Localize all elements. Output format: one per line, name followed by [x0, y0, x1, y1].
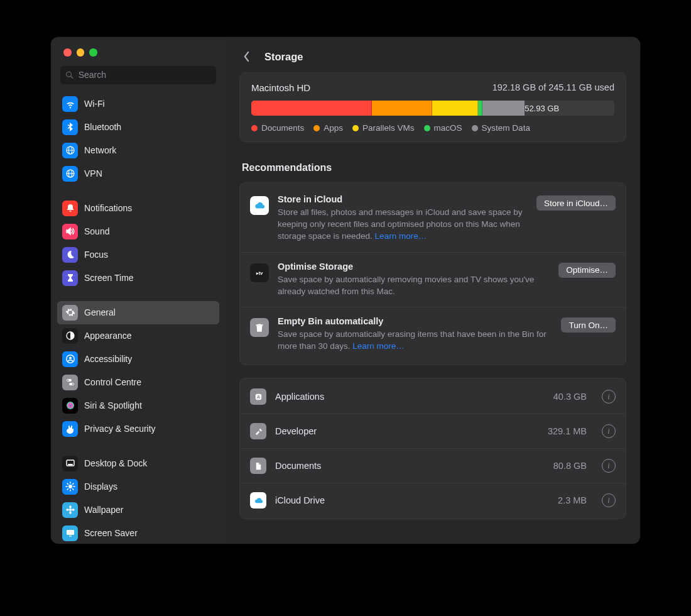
search-input[interactable] [77, 69, 211, 80]
sidebar-item-desktop-dock[interactable]: Desktop & Dock [57, 452, 219, 475]
recommendation-title: Empty Bin automatically [278, 316, 552, 326]
sidebar-item-label: Siri & Spotlight [84, 400, 142, 410]
search-field[interactable] [60, 65, 217, 85]
hourglass-icon [62, 270, 78, 286]
tv-icon: ▸tv [250, 263, 269, 282]
sun-icon [62, 479, 78, 495]
info-button[interactable]: i [602, 390, 616, 404]
legend-label: Apps [324, 123, 343, 133]
sidebar-item-label: VPN [84, 168, 102, 179]
storage-segment-documents [251, 101, 372, 116]
sidebar-item-label: Network [84, 145, 116, 155]
page-title: Storage [264, 51, 303, 63]
settings-window: Wi-FiBluetoothNetworkVPNNotificationsSou… [51, 37, 640, 544]
category-name: Applications [275, 392, 545, 402]
svg-text:▸tv: ▸tv [256, 270, 263, 275]
storage-used-text: 192.18 GB of 245.11 GB used [492, 82, 614, 93]
sidebar-item-label: Sound [84, 226, 109, 236]
recommendation-desc: Save space by automatically removing mov… [278, 274, 550, 298]
flower-icon [62, 502, 78, 518]
info-button[interactable]: i [602, 493, 616, 507]
close-window-button[interactable] [63, 48, 72, 57]
legend-dot-icon [472, 125, 478, 131]
main-scroll[interactable]: Macintosh HD 192.18 GB of 245.11 GB used… [226, 72, 640, 544]
siri-icon [62, 398, 78, 414]
recommendations-card: Store in iCloudStore all files, photos a… [239, 182, 626, 365]
sidebar-item-general[interactable]: General [57, 301, 219, 324]
recommendation-row: Store in iCloudStore all files, photos a… [240, 185, 626, 252]
svg-point-29 [69, 511, 71, 514]
legend-label: System Data [482, 123, 530, 133]
legend-item: macOS [424, 123, 462, 133]
recommendation-button[interactable]: Store in iCloud… [536, 195, 616, 211]
sidebar-item-vpn[interactable]: VPN [57, 162, 219, 185]
sidebar-item-label: Accessibility [84, 354, 132, 364]
sidebar-item-privacy-security[interactable]: Privacy & Security [57, 417, 219, 441]
sidebar-list: Wi-FiBluetoothNetworkVPNNotificationsSou… [51, 90, 226, 544]
svg-rect-17 [68, 464, 73, 465]
sidebar-item-label: Desktop & Dock [84, 458, 147, 468]
recommendation-button[interactable]: Turn On… [561, 317, 616, 333]
recommendation-row: ▸tvOptimise StorageSave space by automat… [240, 252, 626, 307]
sidebar-item-screen-saver[interactable]: Screen Saver [57, 522, 219, 544]
sidebar-item-accessibility[interactable]: Accessibility [57, 348, 219, 371]
legend-item: Parallels VMs [352, 123, 415, 133]
recommendation-title: Optimise Storage [278, 261, 550, 272]
info-button[interactable]: i [602, 424, 616, 438]
legend-label: Parallels VMs [362, 123, 415, 133]
screen-icon [62, 525, 78, 541]
svg-line-25 [67, 489, 68, 490]
category-row-applications[interactable]: AApplications40.3 GBi [240, 380, 626, 414]
svg-rect-32 [67, 530, 74, 535]
svg-point-10 [69, 357, 72, 360]
trash-icon [250, 318, 269, 337]
sidebar-item-wallpaper[interactable]: Wallpaper [57, 498, 219, 522]
sidebar-item-sound[interactable]: Sound [57, 220, 219, 243]
learn-more-link[interactable]: Learn more… [352, 341, 405, 351]
sidebar-item-appearance[interactable]: Appearance [57, 324, 219, 348]
sidebar-item-label: Appearance [84, 331, 132, 341]
circle_half-icon [62, 328, 78, 344]
legend-dot-icon [424, 125, 430, 131]
legend-dot-icon [313, 125, 320, 131]
recommendation-button[interactable]: Optimise… [558, 263, 616, 278]
zoom-window-button[interactable] [89, 48, 97, 57]
sidebar-item-control-centre[interactable]: Control Centre [57, 371, 219, 394]
svg-point-31 [72, 509, 75, 510]
sidebar-item-siri-spotlight[interactable]: Siri & Spotlight [57, 394, 219, 417]
sidebar-item-label: Notifications [84, 203, 132, 213]
learn-more-link[interactable]: Learn more… [375, 231, 427, 241]
minimize-window-button[interactable] [77, 48, 85, 57]
sidebar-item-bluetooth[interactable]: Bluetooth [57, 116, 219, 139]
storage-bar: 52.93 GB [251, 101, 614, 116]
legend-label: Documents [261, 123, 304, 133]
back-button[interactable] [239, 50, 253, 63]
app-icon: A [250, 388, 266, 405]
person-icon [62, 351, 78, 367]
sidebar-item-screen-time[interactable]: Screen Time [57, 267, 219, 290]
sidebar-item-wi-fi[interactable]: Wi-Fi [57, 92, 219, 116]
sidebar-item-network[interactable]: Network [57, 139, 219, 162]
bell-icon [62, 201, 78, 216]
category-row-documents[interactable]: Documents80.8 GBi [240, 448, 626, 483]
category-name: iCloud Drive [275, 495, 549, 505]
info-button[interactable]: i [602, 459, 616, 473]
main-header: Storage [226, 37, 640, 72]
category-row-developer[interactable]: Developer329.1 MBi [240, 414, 626, 448]
sidebar-item-label: Displays [84, 481, 117, 492]
cloud-icon [250, 196, 269, 215]
storage-segment-macos [478, 101, 482, 116]
sidebar-item-focus[interactable]: Focus [57, 243, 219, 267]
svg-point-12 [67, 380, 68, 382]
category-row-icloud-drive[interactable]: iCloud Drive2.3 MBi [240, 483, 626, 517]
gear-icon [62, 305, 78, 321]
cloud-icon [250, 492, 266, 509]
legend-dot-icon [251, 125, 258, 131]
window-controls [51, 37, 226, 57]
sidebar-item-notifications[interactable]: Notifications [57, 197, 219, 220]
storage-free-label: 52.93 GB [525, 101, 614, 116]
doc-icon [250, 458, 266, 474]
speaker-icon [62, 224, 78, 239]
chevron-left-icon [243, 51, 250, 62]
sidebar-item-displays[interactable]: Displays [57, 475, 219, 498]
